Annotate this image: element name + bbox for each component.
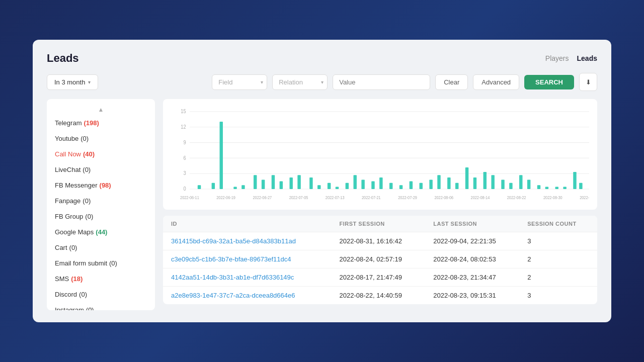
sidebar-item[interactable]: Youtube (0) [47,131,155,146]
sidebar-item-count: (0) [86,306,94,310]
search-button[interactable]: SEARCH [524,75,574,89]
sidebar-item-count: (198) [84,119,99,127]
cell-last-session: 2022-09-04, 22:21:35 [425,232,519,250]
cell-id[interactable]: 4142aa51-14db-3b31-ab1e-df7d6336149c [163,268,332,287]
right-panel: 0 3 6 9 12 15 2022-06-112022-06-192022-0… [163,99,597,310]
sidebar-item-count: (18) [71,275,83,283]
svg-rect-49 [545,187,548,189]
clear-button[interactable]: Clear [435,74,468,90]
time-filter-button[interactable]: In 3 month ▾ [47,74,98,90]
sidebar-item-label: Fanpage [55,197,80,205]
cell-session-count: 3 [519,232,597,250]
sidebar-item-label: Google Maps [55,228,94,236]
svg-text:15: 15 [181,109,186,115]
cell-id[interactable]: c3e09cb5-c1b6-3b7e-bfae-89673ef11dc4 [163,250,332,268]
sidebar-item-label: Instagram [55,306,84,310]
leads-table: ID FIRST SESSION LAST SESSION SESSION CO… [163,216,597,304]
sidebar-item-count: (0) [109,259,117,267]
svg-rect-41 [473,177,476,189]
relation-filter-wrapper: Relation ▾ [272,74,328,90]
sidebar-item[interactable]: Email form submit (0) [47,255,155,271]
table-container: ID FIRST SESSION LAST SESSION SESSION CO… [163,216,597,304]
sidebar-item[interactable]: FB Messenger (98) [47,177,155,193]
sidebar-item-label: Email form submit [55,259,107,267]
cell-first-session: 2022-08-22, 14:40:59 [332,287,426,305]
svg-rect-34 [410,182,413,189]
nav-players[interactable]: Players [545,54,569,62]
sidebar-items-list: Telegram (198)Youtube (0)Call Now (40)Li… [47,115,155,310]
svg-rect-38 [447,177,450,189]
sidebar: ▲ Telegram (198)Youtube (0)Call Now (40)… [47,99,155,310]
sidebar-item[interactable]: Telegram (198) [47,115,155,131]
download-icon: ⬇ [586,78,591,86]
field-select[interactable]: Field [212,74,267,90]
advanced-button[interactable]: Advanced [473,74,519,90]
svg-rect-17 [254,175,257,189]
svg-rect-43 [491,175,494,189]
sidebar-item-count: (0) [80,135,89,142]
chart-svg: 0 3 6 9 12 15 2022-06-112022-06-192022-0… [171,106,589,206]
svg-rect-42 [484,172,487,189]
col-session-count: SESSION COUNT [519,216,597,232]
svg-rect-27 [346,183,349,189]
svg-rect-25 [328,183,331,189]
cell-last-session: 2022-08-23, 21:34:47 [425,268,519,287]
sidebar-collapse-button[interactable]: ▲ [47,103,155,115]
svg-rect-20 [280,182,283,189]
svg-rect-32 [389,183,392,189]
svg-rect-29 [361,180,364,189]
svg-rect-53 [579,183,582,189]
download-button[interactable]: ⬇ [579,73,597,91]
svg-text:2022-06-27: 2022-06-27 [253,195,272,200]
svg-rect-44 [501,180,504,189]
sidebar-item-label: Telegram [55,119,82,127]
nav-leads[interactable]: Leads [577,54,597,62]
cell-first-session: 2022-08-31, 16:16:42 [332,232,426,250]
sidebar-item-label: FB Group [55,213,83,220]
svg-rect-14 [219,122,222,189]
sidebar-item[interactable]: Google Maps (44) [47,224,155,240]
svg-rect-37 [437,175,440,189]
page-title: Leads [47,52,79,65]
sidebar-item-label: LiveChat [55,166,80,173]
value-input[interactable] [333,74,430,90]
svg-rect-23 [309,177,312,189]
svg-rect-33 [399,185,403,189]
svg-text:0: 0 [183,186,186,192]
sidebar-item-label: SMS [55,275,69,283]
sidebar-item-count: (44) [96,228,107,236]
sidebar-item[interactable]: LiveChat (0) [47,162,155,177]
sidebar-item[interactable]: SMS (18) [47,271,155,287]
sidebar-item[interactable]: Cart (0) [47,240,155,255]
chart-container: 0 3 6 9 12 15 2022-06-112022-06-192022-0… [163,99,597,210]
toolbar: In 3 month ▾ Field ▾ Relation ▾ Clear Ad… [47,73,597,91]
svg-rect-24 [317,185,320,189]
svg-rect-28 [354,175,357,189]
sidebar-item-count: (0) [83,166,91,173]
table-row: a2e8e983-1e47-37c7-a2ca-dceea8d664e62022… [163,287,597,305]
sidebar-item[interactable]: Call Now (40) [47,146,155,162]
sidebar-item[interactable]: Fanpage (0) [47,193,155,209]
col-first-session: FIRST SESSION [332,216,426,232]
sidebar-item-label: FB Messenger [55,182,98,189]
relation-select[interactable]: Relation [272,74,328,90]
cell-id[interactable]: a2e8e983-1e47-37c7-a2ca-dceea8d664e6 [163,287,332,305]
sidebar-item-count: (40) [83,150,95,158]
svg-rect-16 [242,185,245,189]
sidebar-item[interactable]: Instagram (0) [47,302,155,310]
svg-text:2022-08-22: 2022-08-22 [507,195,526,200]
cell-id[interactable]: 361415bd-c69a-32a1-ba5e-d84a383b11ad [163,232,332,250]
svg-rect-13 [212,183,215,189]
cell-session-count: 2 [519,268,597,287]
chevron-down-icon: ▾ [88,79,91,85]
sidebar-item-label: Cart [55,244,67,251]
svg-rect-48 [537,185,540,189]
svg-rect-30 [371,182,374,189]
cell-last-session: 2022-08-24, 08:02:53 [425,250,519,268]
cell-session-count: 2 [519,250,597,268]
col-id: ID [163,216,332,232]
cell-last-session: 2022-08-23, 09:15:31 [425,287,519,305]
svg-rect-22 [297,175,300,189]
sidebar-item[interactable]: FB Group (0) [47,209,155,224]
sidebar-item[interactable]: Discord (0) [47,287,155,302]
